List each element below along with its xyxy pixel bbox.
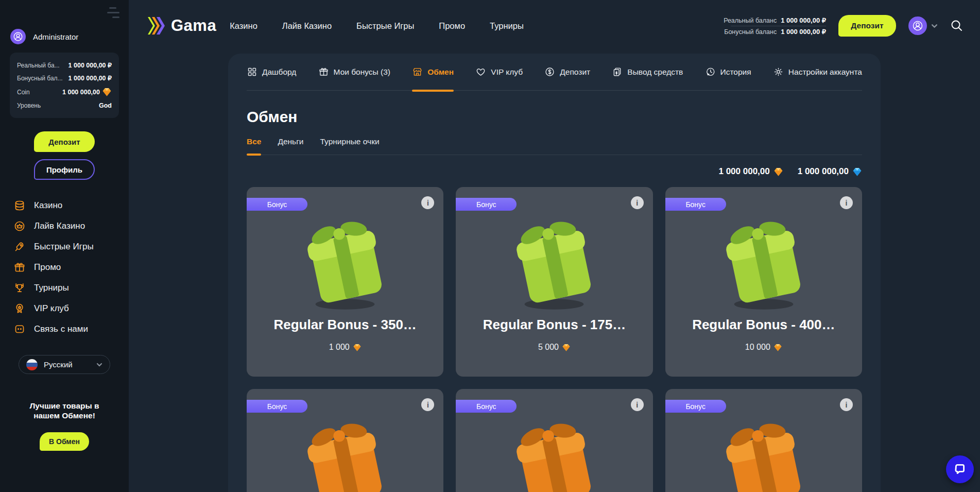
balance-row-bonus: Бонусный бал... 1 000 000,00 ₽ bbox=[17, 72, 112, 84]
balance-label: Уровень bbox=[17, 102, 41, 109]
casino-icon bbox=[13, 199, 26, 212]
gift-icon bbox=[318, 66, 329, 77]
filter-tab-money[interactable]: Деньги bbox=[278, 137, 303, 155]
account-panel: Дашборд Мои бонусы (3) Обмен VIP клуб Де… bbox=[228, 54, 881, 492]
tab-dashboard[interactable]: Дашборд bbox=[247, 54, 296, 91]
sidebar-item-tournaments[interactable]: Турниры bbox=[13, 278, 115, 298]
bonus-title: Regular Bonus - 175… bbox=[456, 317, 652, 333]
filter-tab-all[interactable]: Все bbox=[247, 137, 261, 155]
withdraw-icon bbox=[612, 66, 623, 77]
info-icon[interactable]: i bbox=[631, 196, 644, 209]
sidebar-collapse-button[interactable] bbox=[107, 7, 121, 21]
info-icon[interactable]: i bbox=[840, 398, 853, 411]
chevron-down-icon bbox=[96, 362, 102, 368]
exchange-filter-tabs: Все Деньги Турнирные очки bbox=[247, 137, 862, 155]
bonus-title: Regular Bonus - 400… bbox=[665, 317, 862, 333]
fast-games-icon bbox=[13, 241, 26, 253]
bonus-card[interactable]: Бонус i Regular Bonus - 400… 10 000 bbox=[665, 187, 862, 377]
balance-label: Реальный баланс bbox=[724, 17, 777, 24]
bonus-card[interactable]: Бонус i Regular Bonus - 350… 1 000 bbox=[247, 187, 443, 377]
logo-chevrons-icon bbox=[146, 15, 167, 37]
balance-value: 1 000 000,00 bbox=[62, 89, 100, 96]
go-to-exchange-button[interactable]: В Обмен bbox=[40, 432, 89, 451]
gear-icon bbox=[773, 66, 784, 77]
sidebar-deposit-button[interactable]: Депозит bbox=[34, 131, 95, 152]
orange-gem-icon bbox=[562, 343, 571, 352]
sidebar-profile-button[interactable]: Профиль bbox=[34, 159, 95, 180]
exchange-balances: 1 000 000,00 1 000 000,00 bbox=[247, 166, 862, 177]
account-menu[interactable] bbox=[908, 16, 938, 35]
top-nav-fast-games[interactable]: Быстрые Игры bbox=[356, 21, 414, 31]
sidebar-item-vip-club[interactable]: VIP клуб bbox=[13, 298, 115, 319]
sidebar-item-label: Связь с нами bbox=[34, 324, 88, 334]
filter-tab-tournament-points[interactable]: Турнирные очки bbox=[320, 137, 380, 155]
sidebar-item-fast-games[interactable]: Быстрые Игры bbox=[13, 236, 115, 257]
live-chat-button[interactable] bbox=[946, 455, 974, 483]
language-label: Русский bbox=[44, 360, 90, 369]
coin-icon bbox=[544, 66, 555, 77]
top-nav-casino[interactable]: Казино bbox=[230, 21, 257, 31]
header-balances: Реальный баланс 1 000 000,00 ₽ Бонусный … bbox=[724, 15, 826, 37]
coin-balance: 1 000 000,00 bbox=[718, 166, 783, 177]
top-bar: Gama Казино Лайв Казино Быстрые Игры Про… bbox=[129, 0, 980, 52]
contact-icon bbox=[13, 323, 26, 335]
live-casino-icon bbox=[13, 220, 26, 232]
sidebar-item-label: VIP клуб bbox=[34, 303, 69, 314]
bonus-title: Regular Bonus - 350… bbox=[247, 317, 443, 333]
balance-value: 1 000 000,00 ₽ bbox=[68, 61, 112, 69]
tab-deposit[interactable]: Депозит bbox=[544, 54, 590, 91]
top-nav-tournaments[interactable]: Турниры bbox=[490, 21, 524, 31]
language-selector[interactable]: Русский bbox=[19, 355, 110, 374]
balance-row-level: Уровень God bbox=[17, 99, 112, 112]
info-icon[interactable]: i bbox=[421, 196, 434, 209]
info-icon[interactable]: i bbox=[631, 398, 644, 411]
balance-row-real: Реальный ба... 1 000 000,00 ₽ bbox=[17, 59, 112, 72]
shop-icon bbox=[412, 66, 423, 77]
bonus-card[interactable]: Бонус i bbox=[665, 389, 862, 492]
sidebar-item-label: Турниры bbox=[34, 283, 69, 293]
top-nav: Казино Лайв Казино Быстрые Игры Промо Ту… bbox=[230, 21, 524, 31]
tab-exchange[interactable]: Обмен bbox=[412, 54, 454, 91]
bonus-card[interactable]: Бонус i bbox=[456, 389, 652, 492]
tab-vip-club[interactable]: VIP клуб bbox=[475, 54, 523, 91]
tab-withdraw[interactable]: Вывод средств bbox=[612, 54, 683, 91]
search-icon[interactable] bbox=[950, 19, 964, 32]
top-nav-promo[interactable]: Промо bbox=[439, 21, 465, 31]
sidebar-item-live-casino[interactable]: Лайв Казино bbox=[13, 216, 115, 236]
info-icon[interactable]: i bbox=[840, 196, 853, 209]
tab-history[interactable]: История bbox=[705, 54, 751, 91]
history-icon bbox=[705, 66, 716, 77]
balance-value: 1 000 000,00 ₽ bbox=[781, 28, 826, 36]
sidebar-item-label: Промо bbox=[34, 262, 61, 273]
sidebar-item-casino[interactable]: Казино bbox=[13, 195, 115, 216]
sidebar-item-contact[interactable]: Связь с нами bbox=[13, 319, 115, 340]
balance-label: Бонусный баланс bbox=[724, 28, 777, 36]
chevron-down-icon bbox=[931, 23, 938, 29]
bonus-cards-grid: Бонус i Regular Bonus - 350… 1 000 bbox=[247, 187, 862, 492]
sidebar-item-label: Казино bbox=[34, 200, 62, 211]
top-nav-live-casino[interactable]: Лайв Казино bbox=[282, 21, 332, 31]
user-row[interactable]: Administrator bbox=[0, 29, 129, 44]
sidebar: Administrator Реальный ба... 1 000 000,0… bbox=[0, 0, 129, 492]
tab-my-bonuses[interactable]: Мои бонусы (3) bbox=[318, 54, 390, 91]
header-deposit-button[interactable]: Депозит bbox=[838, 15, 896, 37]
logo-text: Gama bbox=[171, 16, 216, 35]
orange-gem-icon bbox=[102, 87, 112, 97]
bonus-card[interactable]: Бонус i Regular Bonus - 175… 5 000 bbox=[456, 187, 652, 377]
vip-icon bbox=[13, 302, 26, 315]
bonus-price: 5 000 bbox=[456, 343, 652, 352]
balance-label: Реальный ба... bbox=[17, 62, 60, 69]
sidebar-promo-text: Лучшие товары в нашем Обмене! bbox=[16, 401, 112, 421]
gama-logo[interactable]: Gama bbox=[146, 15, 216, 37]
main-area: Gama Казино Лайв Казино Быстрые Игры Про… bbox=[129, 0, 980, 492]
promo-icon bbox=[13, 261, 26, 274]
sidebar-item-promo[interactable]: Промо bbox=[13, 257, 115, 278]
heart-icon bbox=[475, 66, 486, 77]
tab-account-settings[interactable]: Настройки аккаунта bbox=[773, 54, 862, 91]
info-icon[interactable]: i bbox=[421, 398, 434, 411]
russia-flag-icon bbox=[26, 359, 38, 370]
bonus-card[interactable]: Бонус i bbox=[247, 389, 443, 492]
balance-value: God bbox=[99, 102, 112, 109]
user-avatar-icon bbox=[908, 16, 927, 35]
orange-gem-icon bbox=[773, 167, 783, 177]
